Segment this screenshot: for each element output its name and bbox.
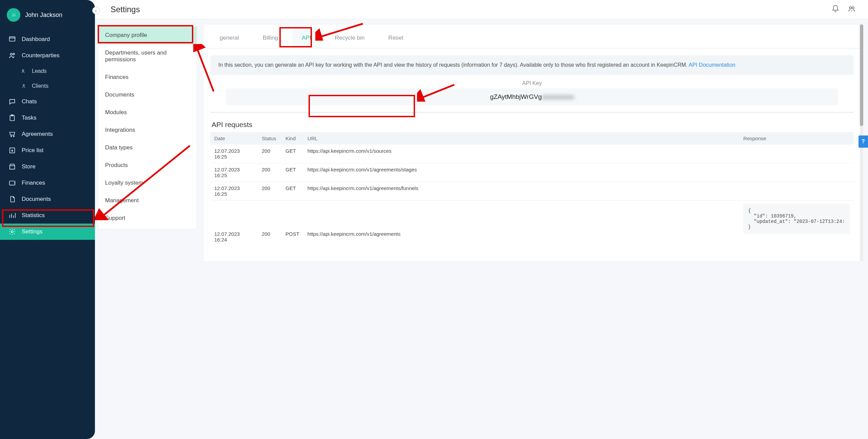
chat-icon — [8, 98, 16, 106]
svg-point-8 — [13, 136, 14, 137]
users-icon — [8, 51, 16, 60]
settings-support[interactable]: Support — [98, 209, 197, 227]
response-json: { "id": 10396719, "updated_at": "2023-07… — [743, 204, 850, 234]
tab-recyclebin[interactable]: Recycle bin — [325, 28, 374, 48]
cell-response: { "id": 10396719, "updated_at": "2023-07… — [739, 200, 854, 246]
svg-point-13 — [852, 7, 854, 9]
nav-agreements[interactable]: Agreements — [0, 126, 95, 142]
cart-icon — [8, 130, 16, 138]
svg-rect-0 — [9, 37, 15, 41]
nav-dashboard[interactable]: Dashboard — [0, 31, 95, 47]
tab-api[interactable]: API — [292, 28, 320, 48]
divider — [210, 112, 854, 112]
nav-leads[interactable]: Leads — [0, 64, 95, 79]
clients-icon — [20, 82, 28, 90]
nav-settings[interactable]: Settings — [0, 224, 95, 240]
nav-label: Dashboard — [22, 36, 50, 43]
cell-status: 200 — [258, 200, 281, 246]
cell-url: https://api.keepincrm.com/v1/agreements/… — [303, 163, 739, 182]
nav-label: Leads — [32, 68, 47, 74]
username-label: John Jackson — [25, 12, 62, 19]
svg-point-12 — [849, 7, 851, 9]
settings-finances[interactable]: Finances — [98, 68, 197, 86]
settings-datatypes[interactable]: Data types — [98, 139, 197, 156]
svg-point-2 — [13, 53, 15, 55]
bell-icon[interactable] — [831, 5, 840, 14]
nav-finances[interactable]: Finances — [0, 175, 95, 191]
nav-label: Tasks — [22, 114, 36, 121]
settings-modules[interactable]: Modules — [98, 104, 197, 121]
svg-point-3 — [22, 69, 24, 71]
settings-documents[interactable]: Documents — [98, 86, 197, 104]
nav-label: Price list — [22, 147, 43, 154]
nav-label: Agreements — [22, 131, 53, 138]
cell-kind: GET — [281, 145, 303, 163]
header: Settings — [95, 0, 868, 19]
banner-text: In this section, you can generate an API… — [218, 62, 689, 68]
gear-icon — [8, 228, 16, 236]
team-icon[interactable] — [848, 5, 856, 14]
cell-status: 200 — [258, 145, 281, 163]
settings-loyalty[interactable]: Loyalty system — [98, 174, 197, 192]
tab-reset[interactable]: Reset — [379, 28, 413, 48]
api-section: API Key gZAytMhbjWrGVgxxxxxxxxxx API req… — [203, 80, 861, 246]
cell-url: https://api.keepincrm.com/v1/agreements — [303, 200, 739, 246]
settings-products[interactable]: Products — [98, 156, 197, 174]
tab-general[interactable]: general — [210, 28, 249, 48]
nav-clients[interactable]: Clients — [0, 79, 95, 93]
svg-point-7 — [11, 136, 12, 137]
cell-status: 200 — [258, 163, 281, 182]
header-actions — [831, 5, 856, 14]
cell-kind: GET — [281, 182, 303, 200]
cell-kind: GET — [281, 163, 303, 182]
table-row: 12.07.2023 16:25200GEThttps://api.keepin… — [210, 145, 854, 163]
nav-label: Documents — [22, 196, 51, 203]
nav-label: Counterparties — [22, 52, 60, 59]
cell-url: https://api.keepincrm.com/v1/sources — [303, 145, 739, 163]
nav-label: Chats — [22, 98, 37, 105]
cell-status: 200 — [258, 182, 281, 200]
api-requests-title: API requests — [210, 121, 854, 129]
nav-chats[interactable]: Chats — [0, 93, 95, 110]
nav-label: Statistics — [22, 212, 45, 219]
col-status: Status — [258, 132, 281, 145]
user-block[interactable]: JJ John Jackson — [0, 3, 95, 26]
wallet-icon — [8, 179, 16, 187]
settings-management[interactable]: Management — [98, 192, 197, 209]
settings-departments[interactable]: Departments, users and permissions — [98, 44, 197, 68]
api-doc-link[interactable]: API Documentation — [689, 62, 735, 68]
api-requests-section: API requests Date Status Kind URL Respon… — [210, 121, 854, 246]
sidebar-collapse-toggle[interactable]: ‹ — [92, 7, 100, 14]
tab-billing[interactable]: Billing — [253, 28, 288, 48]
nav-documents[interactable]: Documents — [0, 191, 95, 207]
main-content: general Billing API Recycle bin Reset In… — [203, 24, 861, 262]
page-title: Settings — [111, 5, 140, 14]
api-key-label: API Key — [210, 80, 854, 86]
help-tab[interactable]: ? — [859, 135, 868, 148]
col-kind: Kind — [281, 132, 303, 145]
nav-counterparties[interactable]: Counterparties — [0, 47, 95, 64]
settings-company-profile[interactable]: Company profile — [98, 26, 197, 44]
nav-store[interactable]: Store — [0, 159, 95, 175]
tabs: general Billing API Recycle bin Reset — [203, 28, 861, 48]
col-url: URL — [303, 132, 739, 145]
chart-icon — [8, 211, 16, 220]
chevron-left-icon: ‹ — [95, 8, 97, 13]
svg-point-11 — [11, 231, 13, 233]
scrollbar-thumb[interactable] — [860, 24, 863, 126]
nav-statistics[interactable]: Statistics — [0, 207, 95, 224]
cell-date: 12.07.2023 16:24 — [210, 200, 258, 246]
table-row: 12.07.2023 16:25200GEThttps://api.keepin… — [210, 163, 854, 182]
nav-tasks[interactable]: Tasks — [0, 110, 95, 126]
nav-label: Store — [22, 163, 36, 170]
cell-date: 12.07.2023 16:25 — [210, 182, 258, 200]
nav-pricelist[interactable]: Price list — [0, 142, 95, 159]
svg-point-4 — [23, 84, 24, 86]
sidebar: JJ John Jackson Dashboard Counterparties… — [0, 0, 95, 439]
store-icon — [8, 163, 16, 171]
settings-integrations[interactable]: Integrations — [98, 121, 197, 139]
nav-label: Clients — [32, 83, 48, 89]
col-date: Date — [210, 132, 258, 145]
api-key-field[interactable]: gZAytMhbjWrGVgxxxxxxxxxx — [226, 88, 838, 105]
api-key-visible: gZAytMhbjWrGVg — [490, 93, 541, 100]
